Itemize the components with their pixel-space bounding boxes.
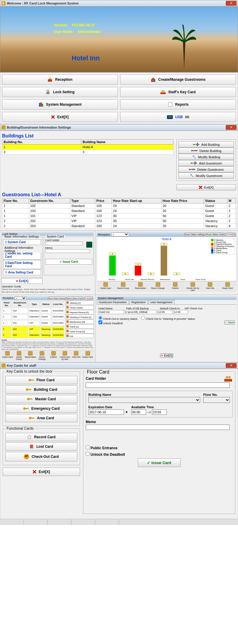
cardholder-input[interactable] [86,382,230,388]
mini-row[interactable]: 1103StandardGuest01010300 [2,314,64,320]
close-button[interactable]: ✕ [226,363,237,368]
mini-row[interactable]: 1101VIPGuest01011000 [2,320,64,326]
expiration-input[interactable] [88,409,124,415]
delete-building-button[interactable]: ⬅➖Delete Building [178,148,234,154]
issue-card-button[interactable]: ✓ Issue Card [138,458,180,467]
status-vacancy[interactable]: Vacancy [V] [65,300,94,305]
floor-no-select[interactable] [203,397,230,403]
toolbar-reservation[interactable]: Reservation [25,351,36,360]
reception-button[interactable]: Reception [2,75,118,85]
checkout-card-button[interactable]: ↩Check-Out Card [5,452,77,461]
building-row[interactable]: 33 [2,150,173,155]
public-entrance-check[interactable] [86,445,90,449]
db-path-input[interactable] [125,310,156,314]
toolbar-card-info[interactable]: Card Info [71,351,82,360]
memo-input[interactable] [86,425,230,430]
status-guest[interactable]: Guest [G] [65,324,94,329]
datetime-card-button[interactable]: 3 Date/Time Setting Card [3,260,41,269]
exit-button[interactable]: ✕ Exit[X] [160,353,173,358]
toolbar-erase-card[interactable]: Erase Card [82,351,93,360]
time-to-input[interactable] [152,409,167,415]
room-row[interactable]: 1101VIP1233050Guest2 [2,213,236,219]
unlock-deadbolt-check[interactable] [98,320,102,324]
tab-registration[interactable]: Registration [129,300,148,304]
sys-mgmt-button[interactable]: System Management [2,99,118,110]
unlock-deadbolt-check[interactable] [86,452,90,456]
guestrooms-table[interactable]: Floor No.Guestroom No.TypePriceHour Rate… [2,198,236,229]
room-row[interactable]: 1102Standard1002420Guest2 [2,203,236,208]
save-button[interactable]: ✓ Save [224,320,235,325]
toolbar-room-change[interactable]: Room Change [150,282,167,291]
system-card-button[interactable]: 1 System Card [3,239,41,245]
exit-button[interactable]: ✕ Exit[X] [226,233,235,236]
status-hourly-use[interactable]: Hourly Use[H] [65,305,94,310]
time-from-input[interactable] [131,409,146,415]
tab-guestroom-params[interactable]: Guestroom Parameters [97,300,129,304]
checkout-input[interactable] [173,310,188,314]
toolbar-guest-card[interactable]: Guest Card [97,282,114,291]
status-exit[interactable]: Exit [65,334,94,338]
vacancy-radio[interactable] [98,316,102,320]
mini-row[interactable]: 1102StandardGuest01010200 [2,308,64,314]
exit-button[interactable]: Exit[X] [3,468,80,476]
status-guest-group[interactable]: Guest Group [G] [65,329,94,333]
add-guestroom-button[interactable]: ⬅➕Add Guestroom [178,160,234,166]
master-card-button[interactable]: Master Card [5,395,77,403]
building-row[interactable]: 1Hotel A [2,145,173,150]
cardholder-input[interactable] [45,242,83,245]
toolbar-guest-group[interactable]: Guest Group [115,282,132,291]
exit-button[interactable]: Exit[X] [176,184,236,190]
create-rooms-button[interactable]: Create/Manage Guestrooms [120,75,236,85]
toolbar-extend[interactable]: Extend [48,351,59,360]
toolbar-check-out-by-card[interactable]: Check-Out by card [184,282,201,291]
status-payment-remind[interactable]: Payment Remind [P] [65,310,94,314]
toolbar-erase-card[interactable]: Erase Card [219,282,236,291]
room-row[interactable]: 2202VIP1233050Vacancy2 [2,219,236,224]
record-card-button[interactable]: 📋Record Card [5,433,77,441]
building-name-select[interactable] [88,397,200,403]
rsc-button[interactable]: Room Status Chart [67,297,83,300]
lock-setting-button[interactable]: Lock Setting [2,87,118,97]
add-building-button[interactable]: ⬅➕Add Building [178,141,234,148]
toolbar-reservation[interactable]: Reservation [132,282,149,291]
status-maintenance[interactable]: Maintenance [M] [65,319,94,324]
checkin-input[interactable] [157,310,172,314]
area-card-button[interactable]: Area Card [5,414,77,422]
rss-button[interactable]: Room Status Setting [48,297,65,300]
staff-key-button[interactable]: Staff's Key Card [120,87,236,97]
exit-button[interactable]: ✕ Exit[X] [1,278,43,284]
toolbar-guest-group[interactable]: Guest Group [13,351,24,360]
close-button[interactable]: ✕ [226,125,237,130]
rsc-button[interactable]: Room Status Chart [206,233,225,236]
hotel-name-input[interactable] [98,310,124,314]
room-row[interactable]: 1103Standard1002420Guest2 [2,208,236,213]
area-card-button[interactable]: G Area Setting Card [3,270,41,275]
memo-input[interactable] [45,249,90,253]
reports-button[interactable]: Reports [120,99,236,110]
emergency-card-button[interactable]: Emergency Card [5,404,77,413]
tab-user-mgmt[interactable]: User Management [148,300,175,304]
building-card-button[interactable]: Building Card [5,385,77,394]
usb-button[interactable]: 📟USB [120,112,236,122]
building-select[interactable]: 1 [15,297,26,300]
status-cleaning-in-process[interactable]: Cleaning in Process [C] [65,315,94,319]
toolbar-guest-card[interactable]: Guest Card [2,351,13,360]
issue-card-button[interactable]: ✓ Issue Card [45,259,92,265]
building-select[interactable]: 1 [111,232,129,236]
toolbar-extend[interactable]: Extend [167,282,184,291]
mini-row[interactable]: 2202VIPVacancy01020200 [2,326,64,332]
modify-guestroom-button[interactable]: 🔧Modify Guestroom [178,173,234,179]
toolbar-card-info[interactable]: Card Info [202,282,219,291]
close-button[interactable]: ✕ [226,1,237,6]
toolbar-room-change[interactable]: Room Change [37,351,47,360]
exit-button[interactable]: Exit[X] [2,112,118,122]
buildings-table[interactable]: Building No.Building Name 1Hotel A33 [2,139,173,155]
lost-card-button[interactable]: 📕Lost Card [5,442,77,451]
mini-rooms-table[interactable]: Floor No.Guestroom No.TypeStatusLock No.… [1,300,65,338]
toolbar-check-out-by-card[interactable]: Check-Out by card [60,351,70,360]
exit-button[interactable]: ✕ Exit[X] [84,297,93,300]
floor-card-button[interactable]: Floor Card [5,376,77,384]
delete-guestroom-button[interactable]: ⬅➖Delete Guestroom [178,166,234,173]
modify-building-button[interactable]: 🔧Modify Building [178,154,234,160]
cleaning-radio[interactable] [141,316,145,320]
